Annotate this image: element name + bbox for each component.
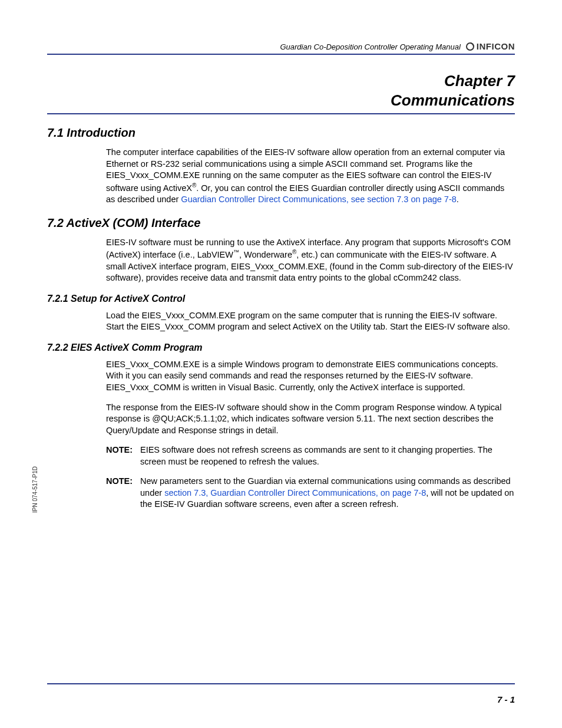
text-fragment: , Wonderware — [239, 250, 292, 259]
note-1: NOTE: EIES software does not refresh scr… — [106, 444, 515, 467]
section-7-1-heading: 7.1 Introduction — [47, 126, 515, 140]
chapter-number: Chapter 7 — [47, 71, 515, 91]
note-2: NOTE: New parameters sent to the Guardia… — [106, 476, 515, 510]
footer-divider — [47, 683, 515, 684]
header-divider — [47, 54, 515, 55]
section-7-2-2-heading: 7.2.2 EIES ActiveX Comm Program — [47, 342, 515, 353]
chapter-name: Communications — [47, 91, 515, 110]
section-7-1-body: The computer interface capabilities of t… — [106, 147, 515, 206]
logo-text: INFICON — [477, 41, 515, 51]
section-7-2-2-p2: The response from the EIES-IV software s… — [106, 402, 515, 437]
trademark-mark: ™ — [233, 249, 239, 255]
cross-reference-link[interactable]: Guardian Controller Direct Communication… — [181, 195, 456, 204]
text-fragment: . — [457, 195, 459, 204]
section-7-2-1-heading: 7.2.1 Setup for ActiveX Control — [47, 294, 515, 304]
note-1-body: EIES software does not refresh screens a… — [140, 444, 515, 467]
cross-reference-link[interactable]: section 7.3, Guardian Controller Direct … — [164, 488, 426, 498]
section-7-2-2-p1: EIES_Vxxx_COMM.EXE is a simple Windows p… — [106, 359, 515, 394]
brand-logo: INFICON — [465, 41, 515, 51]
note-label: NOTE: — [106, 476, 140, 510]
section-7-2-body: EIES-IV software must be running to use … — [106, 237, 515, 284]
logo-icon — [465, 42, 475, 51]
chapter-title: Chapter 7 Communications — [47, 71, 515, 110]
document-id: IPN 074-517-P1D — [32, 466, 38, 513]
header: Guardian Co-Deposition Controller Operat… — [47, 41, 515, 51]
manual-title: Guardian Co-Deposition Controller Operat… — [47, 42, 465, 51]
note-label: NOTE: — [106, 444, 140, 467]
chapter-divider — [47, 113, 515, 114]
page: Guardian Co-Deposition Controller Operat… — [0, 0, 562, 728]
section-7-2-heading: 7.2 ActiveX (COM) Interface — [47, 216, 515, 230]
section-7-2-1-body: Load the EIES_Vxxx_COMM.EXE program on t… — [106, 310, 515, 333]
note-2-body: New parameters sent to the Guardian via … — [140, 476, 515, 510]
page-number: 7 - 1 — [497, 694, 515, 704]
